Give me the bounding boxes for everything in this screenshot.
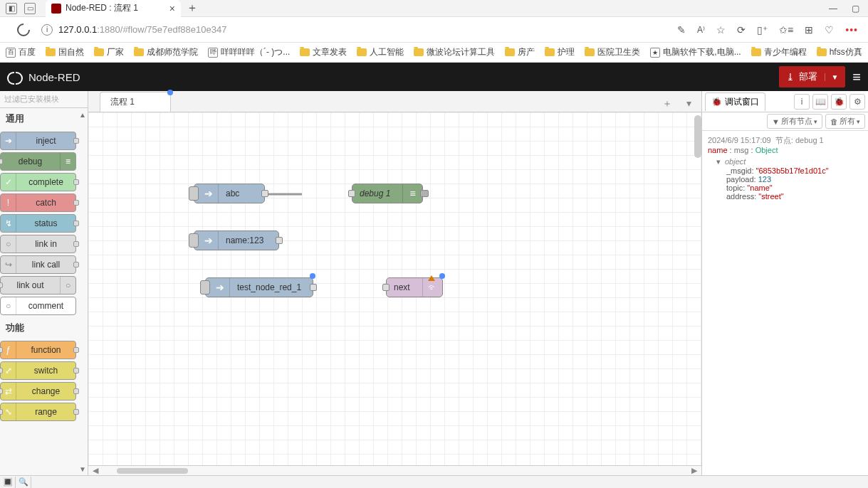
debug-object-toggle[interactable]: Object [755, 146, 778, 154]
footer-zoom-button[interactable]: 🔍 [16, 477, 31, 488]
workspace: 流程 1 ＋ ▾ ➔ abc [88, 91, 701, 475]
palette-node-comment[interactable]: ○comment [0, 297, 76, 315]
bookmarks-bar: 百百度 国自然 厂家 成都师范学院 哔咩咩咩咩（´- )つ... 文章发表 人工… [0, 43, 868, 63]
tab-overview-icon[interactable]: ▭ [24, 3, 36, 14]
debug-toggle-button[interactable] [420, 190, 429, 197]
window-minimize-button[interactable]: — [829, 4, 837, 14]
output-port[interactable] [310, 284, 317, 291]
flow-canvas[interactable]: ➔ abc debug 1 ≡ ➔ name:123 ➔ [88, 112, 701, 465]
palette-node-link-in[interactable]: ○link in [0, 235, 76, 253]
reload-button[interactable] [14, 21, 32, 38]
flow-tab[interactable]: 流程 1 [100, 92, 171, 112]
palette-scroll-up-button[interactable]: ▲ [78, 110, 88, 120]
input-port[interactable] [348, 190, 355, 197]
inject-trigger-button[interactable] [189, 233, 199, 248]
bookmark-item[interactable]: 成都师范学院 [134, 46, 198, 58]
favorites-bar-icon[interactable]: ✩≡ [779, 24, 793, 36]
add-flow-button[interactable]: ＋ [658, 96, 676, 112]
edit-url-icon[interactable]: ✎ [677, 24, 686, 36]
close-tab-button[interactable]: × [169, 3, 175, 14]
bookmark-item[interactable]: 微波论坛计算工具 [414, 46, 495, 58]
palette-category[interactable]: 通用 [0, 108, 80, 129]
more-menu-button[interactable]: ••• [845, 24, 858, 36]
sidebar-help-button[interactable]: 📖 [812, 94, 828, 110]
flow-node-inject-abc[interactable]: ➔ abc [194, 184, 265, 203]
inject-trigger-button[interactable] [189, 186, 199, 201]
debug-filter-button[interactable]: ▼ 所有节点 ▾ [767, 114, 822, 129]
sidebar-tab-debug[interactable]: 🐞 调试窗口 [705, 92, 765, 111]
palette-node-function[interactable]: ƒfunction [0, 341, 76, 359]
bookmark-item[interactable]: 医院卫生类 [585, 46, 640, 58]
inject-trigger-button[interactable] [200, 280, 210, 295]
palette-node-inject[interactable]: ➔inject [0, 132, 76, 150]
flow-node-debug-1[interactable]: debug 1 ≡ [352, 184, 423, 203]
bookmark-item[interactable]: 人工智能 [357, 46, 404, 58]
palette-node-complete[interactable]: ✓complete [0, 173, 76, 191]
palette-node-status[interactable]: ↯status [0, 214, 76, 233]
sidebar-info-button[interactable]: i [794, 94, 810, 110]
bookmark-item[interactable]: hfss仿真 [817, 46, 862, 58]
bookmark-item[interactable]: 厂家 [94, 46, 124, 58]
debug-kv-row[interactable]: address: "street" [726, 192, 862, 201]
bookmark-item[interactable]: 房产 [505, 46, 535, 58]
bookmark-item[interactable]: 国自然 [46, 46, 84, 58]
main-menu-button[interactable]: ≡ [852, 69, 861, 85]
palette-node-change[interactable]: ⇄change [0, 382, 76, 401]
debug-panel[interactable]: 2024/6/9 15:17:09 节点: debug 1 name : msg… [702, 131, 868, 475]
footer-nav-button[interactable]: 🔳 [0, 477, 16, 488]
flow-node-mqtt-out[interactable]: next ᯤ [386, 277, 443, 297]
browser-tab-strip: ◧ ▭ Node-RED : 流程 1 × ＋ — ▢ [0, 0, 868, 17]
favorite-icon[interactable]: ☆ [716, 24, 726, 36]
read-aloud-icon[interactable]: A⁾ [697, 25, 705, 35]
deploy-button[interactable]: ⤓ 部署 ▼ [779, 66, 845, 87]
url-field[interactable]: i 127.0.0.1:1880/#flow/75e7edf88e10e347 [41, 24, 670, 36]
performance-icon[interactable]: ♡ [825, 24, 834, 36]
debug-kv-row[interactable]: topic: "name" [726, 184, 862, 192]
bookmark-item[interactable]: 百百度 [6, 46, 36, 58]
status-bar: 🔳 🔍 [0, 475, 868, 488]
bookmark-item[interactable]: 哔咩咩咩咩（´- )つ... [208, 46, 290, 58]
canvas-footer: ◀ ▶ [88, 465, 701, 475]
site-info-icon[interactable]: i [41, 24, 53, 36]
palette-scroll-down-button[interactable]: ▼ [78, 464, 88, 474]
extensions-icon[interactable]: ⊞ [805, 24, 813, 36]
palette-node-switch[interactable]: ⤢switch [0, 361, 76, 380]
flow-node-inject-test[interactable]: ➔ test_node_red_1 [205, 277, 313, 297]
input-port[interactable] [382, 284, 389, 291]
palette-node-catch[interactable]: !catch [0, 193, 76, 212]
palette-category[interactable]: 功能 [0, 317, 80, 339]
sidebar-tabs: 🐞 调试窗口 i 📖 🐞 ⚙ [702, 91, 868, 112]
workspaces-icon[interactable]: ◧ [6, 3, 17, 14]
bookmark-item[interactable]: 护理 [545, 46, 575, 58]
flow-node-inject-name123[interactable]: ➔ name:123 [194, 230, 279, 250]
scroll-left-button[interactable]: ◀ [93, 466, 98, 475]
sidebar-config-button[interactable]: ⚙ [849, 94, 865, 110]
favicon-icon [51, 4, 61, 14]
palette-node-range[interactable]: ⤡range [0, 403, 76, 421]
collections-icon[interactable]: ▯⁺ [757, 24, 768, 36]
debug-kv-row[interactable]: payload: 123 [726, 175, 862, 184]
new-tab-button[interactable]: ＋ [187, 1, 198, 16]
debug-kv-row[interactable]: _msgid: "6853b5b17fe1d01c" [726, 166, 862, 175]
debug-clear-button[interactable]: 🗑 所有 ▾ [825, 114, 865, 129]
bookmark-item[interactable]: 青少年编程 [751, 46, 807, 58]
output-port[interactable] [261, 190, 268, 197]
output-port[interactable] [276, 237, 283, 244]
browser-tab-active[interactable]: Node-RED : 流程 1 × [46, 0, 181, 17]
palette-node-link-out[interactable]: link out○ [0, 276, 76, 295]
bookmark-item[interactable]: ★电脑软件下载,电脑... [650, 46, 741, 58]
bookmark-item[interactable]: 文章发表 [300, 46, 347, 58]
deploy-dropdown-icon[interactable]: ▼ [825, 73, 838, 81]
palette-search-input[interactable]: 过滤已安装模块 [0, 91, 88, 108]
flow-menu-button[interactable]: ▾ [682, 96, 696, 112]
palette-node-link-call[interactable]: ↪link call [0, 255, 76, 274]
scroll-right-button[interactable]: ▶ [691, 466, 701, 475]
canvas-hscroll-thumb[interactable] [117, 468, 188, 474]
palette-node-debug[interactable]: debug≡ [0, 152, 76, 171]
tab-title: Node-RED : 流程 1 [66, 2, 138, 14]
expand-caret-icon[interactable]: ▾ [716, 157, 723, 166]
canvas-scroll-thumb[interactable] [694, 115, 701, 158]
window-maximize-button[interactable]: ▢ [852, 4, 859, 14]
extension-1-icon[interactable]: ⟳ [737, 24, 746, 36]
sidebar-debug-button[interactable]: 🐞 [831, 94, 847, 110]
